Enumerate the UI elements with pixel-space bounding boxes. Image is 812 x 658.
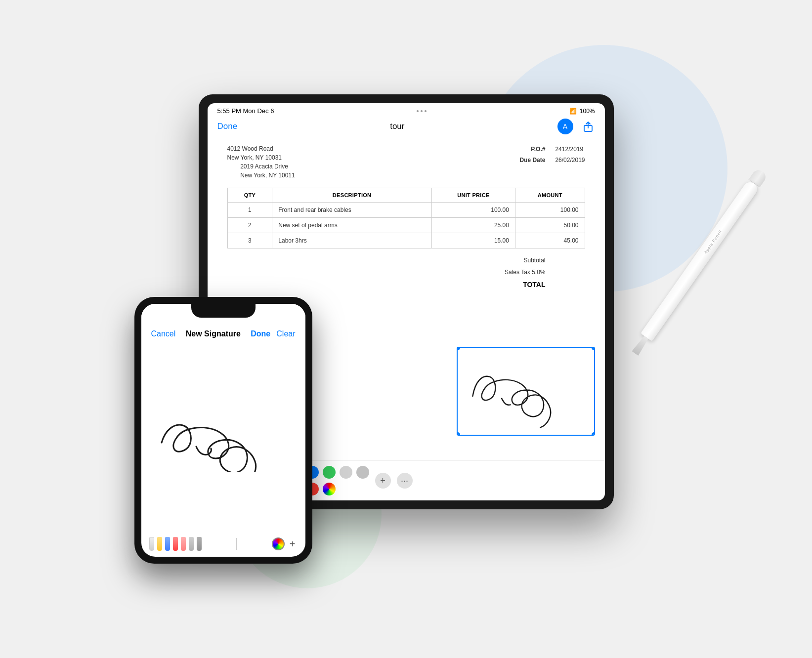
ipad-nav-bar: Done tour A — [208, 117, 605, 139]
iphone-done-button[interactable]: Done — [251, 329, 270, 338]
iphone-tool-6[interactable] — [189, 537, 194, 551]
row3-amount: 45.00 — [515, 233, 585, 248]
color-wheel[interactable] — [323, 483, 336, 495]
address-from-text: 4012 Wood Road New York, NY 10031 — [227, 145, 282, 161]
color-gray[interactable] — [356, 466, 369, 479]
iphone-tip-white — [149, 537, 154, 551]
invoice-table: QTY DESCRIPTION UNIT PRICE AMOUNT 1 Fron… — [227, 188, 585, 248]
due-date-label: Due Date — [511, 155, 545, 166]
total-row: TOTAL — [388, 278, 585, 291]
total-value — [546, 281, 585, 288]
ellipsis-icon: ··· — [401, 476, 408, 486]
color-green[interactable] — [323, 466, 336, 479]
ipad-status-dots — [417, 110, 427, 112]
subtotal-row: Subtotal — [388, 254, 585, 266]
iphone-tip-yellow — [157, 537, 162, 551]
row1-desc: Front and rear brake cables — [272, 203, 432, 218]
tax-row: Sales Tax 5.0% — [388, 266, 585, 278]
iphone-tip-red — [173, 537, 178, 551]
col-unit-price: UNIT PRICE — [431, 188, 515, 203]
row2-desc: New set of pedal arms — [272, 218, 432, 233]
doc-address-to: 2019 Acacia Drive New York, NY 10011 — [240, 162, 295, 180]
doc-header-info: 4012 Wood Road New York, NY 10031 2019 A… — [227, 144, 585, 180]
battery-label: 100% — [580, 108, 595, 115]
row2-qty: 2 — [227, 218, 272, 233]
markup-icon[interactable]: A — [557, 119, 573, 134]
doc-addresses: 4012 Wood Road New York, NY 10031 2019 A… — [227, 144, 295, 180]
doc-po-info: P.O.# 2412/2019 Due Date 26/02/2019 — [511, 144, 585, 180]
col-amount: AMOUNT — [515, 188, 585, 203]
col-description: DESCRIPTION — [272, 188, 432, 203]
iphone-tool-5[interactable] — [181, 537, 186, 551]
wifi-icon: 📶 — [569, 108, 577, 115]
dot-3 — [425, 110, 427, 112]
dot-1 — [417, 110, 419, 112]
ipad-done-button[interactable]: Done — [217, 122, 238, 131]
invoice-totals: Subtotal Sales Tax 5.0% TOTAL — [388, 254, 585, 291]
iphone-nav-bar: Cancel New Signature Done Clear — [141, 326, 305, 342]
opacity-divider — [236, 538, 237, 550]
row3-qty: 3 — [227, 233, 272, 248]
iphone-signature-area[interactable] — [141, 342, 305, 533]
color-light-gray[interactable] — [340, 466, 352, 479]
iphone-clear-button[interactable]: Clear — [276, 329, 295, 338]
iphone-tip-pink — [181, 537, 186, 551]
row1-qty: 1 — [227, 203, 272, 218]
ipad-status-bar: 5:55 PM Mon Dec 6 📶 100% — [208, 103, 605, 117]
tax-value — [546, 269, 585, 276]
ipad-signature-box[interactable] — [457, 347, 595, 436]
table-row: 1 Front and rear brake cables 100.00 100… — [227, 203, 585, 218]
iphone-notch — [191, 304, 256, 318]
iphone-tool-3[interactable] — [165, 537, 170, 551]
doc-address-from: 4012 Wood Road New York, NY 10031 — [227, 144, 295, 162]
pencil-tip-element — [632, 335, 649, 356]
iphone-tool-4[interactable] — [173, 537, 178, 551]
corner-bl — [457, 432, 460, 436]
iphone-nav-title: New Signature — [186, 329, 241, 338]
share-icon[interactable] — [581, 120, 595, 133]
iphone-tip-gray2 — [197, 537, 202, 551]
iphone-tool-1[interactable] — [149, 537, 154, 551]
iphone-device: Cancel New Signature Done Clear — [134, 297, 312, 564]
row2-price: 25.00 — [431, 218, 515, 233]
subtotal-label: Subtotal — [388, 257, 545, 264]
ipad-nav-title: tour — [390, 122, 404, 131]
due-date-value: 26/02/2019 — [555, 155, 585, 166]
iphone-tool-2[interactable] — [157, 537, 162, 551]
po-label: P.O.# — [511, 144, 545, 155]
plus-icon: + — [380, 476, 385, 486]
ipad-status-right: 📶 100% — [569, 108, 595, 115]
ipad-time: 5:55 PM Mon Dec 6 — [217, 107, 274, 115]
iphone-signature-drawing — [149, 403, 298, 472]
markup-letter: A — [563, 123, 567, 130]
ipad-nav-actions: A — [557, 119, 595, 134]
iphone-color-wheel-button[interactable] — [272, 537, 285, 550]
iphone-tip-blue — [165, 537, 170, 551]
row3-price: 15.00 — [431, 233, 515, 248]
table-header-row: QTY DESCRIPTION UNIT PRICE AMOUNT — [227, 188, 585, 203]
add-color-button[interactable]: + — [375, 473, 391, 489]
iphone-tool-7[interactable] — [197, 537, 202, 551]
dot-2 — [421, 110, 423, 112]
tax-label: Sales Tax 5.0% — [388, 269, 545, 276]
more-options-button[interactable]: ··· — [397, 473, 413, 489]
row2-amount: 50.00 — [515, 218, 585, 233]
iphone-tip-gray1 — [189, 537, 194, 551]
row3-desc: Labor 3hrs — [272, 233, 432, 248]
scene: 5:55 PM Mon Dec 6 📶 100% Done tour A — [134, 94, 678, 564]
iphone-cancel-button[interactable]: Cancel — [151, 329, 176, 338]
due-date-row: Due Date 26/02/2019 — [511, 155, 585, 166]
address-to-text: 2019 Acacia Drive New York, NY 10011 — [240, 163, 295, 179]
iphone-add-button[interactable]: + — [288, 538, 298, 550]
iphone-nav-right: Done Clear — [251, 329, 295, 338]
table-row: 3 Labor 3hrs 15.00 45.00 — [227, 233, 585, 248]
total-label: TOTAL — [388, 281, 545, 288]
po-row: P.O.# 2412/2019 — [511, 144, 585, 155]
corner-br — [592, 432, 595, 436]
po-value: 2412/2019 — [555, 144, 583, 155]
iphone-screen: Cancel New Signature Done Clear — [141, 304, 305, 557]
ipad-signature-drawing — [458, 348, 594, 435]
row1-price: 100.00 — [431, 203, 515, 218]
table-row: 2 New set of pedal arms 25.00 50.00 — [227, 218, 585, 233]
iphone-top-area — [141, 304, 305, 326]
